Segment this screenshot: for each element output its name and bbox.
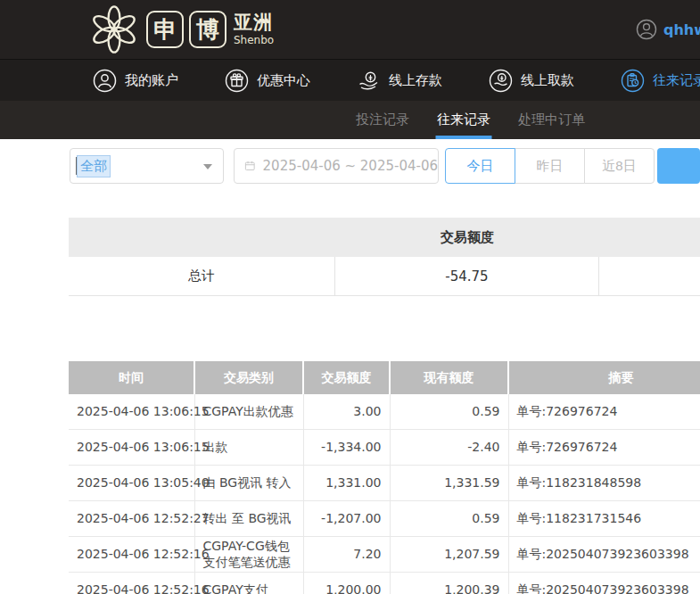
cell-balance: 1,207.59: [390, 537, 508, 573]
transactions-table-wrap: 时间 交易类别 交易额度 现有额度 摘要 2025-04-06 13:06:15…: [69, 361, 700, 594]
cell-summary: 单号:726976724: [508, 394, 700, 430]
col-header-time: 时间: [69, 361, 194, 394]
today-button[interactable]: 今日: [445, 148, 515, 184]
cell-summary: 单号:118231848598: [508, 466, 700, 501]
table-row: 2025-04-06 12:52:27 转出 至 BG视讯 -1,207.00 …: [69, 501, 700, 537]
account-icon: [93, 69, 117, 93]
summary-header-label: 交易额度: [335, 229, 599, 246]
cell-amount: -1,207.00: [303, 501, 390, 537]
cell-type: CGPAY出款优惠: [194, 394, 303, 430]
cell-time: 2025-04-06 13:06:15: [69, 394, 194, 430]
table-row: 2025-04-06 13:05:40 由 BG视讯 转入 1,331.00 1…: [69, 466, 700, 501]
col-header-summary: 摘要: [508, 361, 700, 394]
quick-date-buttons: 今日 昨日 近8日: [445, 148, 655, 184]
logo-char-bo: 博: [189, 11, 226, 48]
cell-balance: 1,331.59: [390, 466, 508, 501]
nav-item-withdraw[interactable]: 线上取款: [489, 69, 574, 93]
cell-time: 2025-04-06 13:06:15: [69, 430, 194, 466]
table-header-row: 时间 交易类别 交易额度 现有额度 摘要: [69, 361, 700, 394]
logo-latin-text: Shenbo: [234, 35, 274, 45]
tab-pending-orders[interactable]: 处理中订单: [518, 101, 585, 139]
table-row: 2025-04-06 12:52:16 CGPAY-CG钱包 支付笔笔送优惠 7…: [69, 537, 700, 573]
cell-amount: 3.00: [303, 394, 390, 430]
cell-summary: 单号:118231731546: [508, 501, 700, 537]
nav-label: 往来记录: [653, 72, 700, 89]
cell-amount: 1,331.00: [303, 466, 390, 501]
summary-total-value: -54.75: [335, 257, 599, 295]
summary-header-row: 交易额度: [69, 218, 700, 257]
cell-balance: 1,200.39: [390, 573, 508, 594]
tab-label: 投注记录: [356, 111, 409, 128]
main-nav: 我的账户 优惠中心 线上存款 线上取款: [0, 59, 700, 101]
promo-icon: [225, 69, 249, 93]
transactions-table: 时间 交易类别 交易额度 现有额度 摘要 2025-04-06 13:06:15…: [69, 361, 700, 594]
tab-label: 处理中订单: [518, 111, 585, 128]
calendar-icon: [244, 158, 256, 174]
tab-transaction-records[interactable]: 往来记录: [437, 101, 490, 139]
tab-label: 往来记录: [437, 111, 490, 128]
col-header-amount: 交易额度: [303, 361, 390, 394]
table-row: 2025-04-06 13:06:15 出款 -1,334.00 -2.40 单…: [69, 430, 700, 466]
nav-item-deposit[interactable]: 线上存款: [357, 69, 442, 93]
nav-label: 线上取款: [521, 72, 574, 89]
cell-summary: 单号:202504073923603398: [508, 573, 700, 594]
top-header: 申 博 亚洲 Shenbo qhhw: [0, 0, 700, 59]
col-header-balance: 现有额度: [390, 361, 508, 394]
type-select-value: 全部: [77, 155, 111, 177]
cell-type: 由 BG视讯 转入: [194, 466, 303, 501]
search-button[interactable]: [657, 148, 700, 184]
last8days-button[interactable]: 近8日: [584, 148, 655, 184]
nav-label: 我的账户: [125, 72, 178, 89]
cell-time: 2025-04-06 12:52:16: [69, 537, 194, 573]
type-select[interactable]: 全部: [70, 148, 224, 184]
cell-time: 2025-04-06 12:52:16: [69, 573, 194, 594]
cell-balance: 0.59: [390, 394, 508, 430]
tab-betting-records[interactable]: 投注记录: [356, 101, 409, 139]
nav-item-my-account[interactable]: 我的账户: [93, 69, 178, 93]
col-header-type: 交易类别: [194, 361, 303, 394]
records-icon: [621, 69, 645, 93]
cell-amount: 1,200.00: [303, 573, 390, 594]
filter-row: 全部 2025-04-06 ~ 2025-04-06 今日 昨日 近8日: [70, 147, 700, 185]
chevron-down-icon: [203, 164, 212, 169]
yesterday-button[interactable]: 昨日: [515, 148, 585, 184]
table-row: 2025-04-06 12:52:16 CGPAY支付 1,200.00 1,2…: [69, 573, 700, 594]
nav-item-transaction-records[interactable]: 往来记录: [621, 69, 700, 93]
cell-time: 2025-04-06 13:05:40: [69, 466, 194, 501]
cell-amount: 7.20: [303, 537, 390, 573]
flower-logo-icon: [89, 4, 139, 54]
cell-type: 出款: [194, 430, 303, 466]
cell-amount: -1,334.00: [303, 430, 390, 466]
site-logo[interactable]: 申 博 亚洲 Shenbo: [89, 4, 274, 54]
cell-type: CGPAY支付: [194, 573, 303, 594]
summary-total-label: 总计: [69, 257, 335, 295]
cell-summary: 单号:726976724: [508, 430, 700, 466]
withdraw-icon: [489, 69, 513, 93]
summary-total-row: 总计 -54.75: [69, 257, 700, 296]
logo-char-shen: 申: [146, 11, 184, 48]
date-range-value: 2025-04-06 ~ 2025-04-06: [263, 158, 438, 174]
deposit-icon: [357, 69, 381, 93]
summary-table: 交易额度 总计 -54.75: [69, 218, 700, 296]
cell-balance: 0.59: [390, 501, 508, 537]
user-account-area[interactable]: qhhw: [636, 0, 700, 59]
username-text[interactable]: qhhw: [663, 21, 700, 38]
nav-item-promotions[interactable]: 优惠中心: [225, 69, 310, 93]
cell-balance: -2.40: [390, 430, 508, 466]
nav-label: 优惠中心: [257, 72, 310, 89]
cell-type: CGPAY-CG钱包 支付笔笔送优惠: [194, 537, 303, 573]
nav-label: 线上存款: [389, 72, 442, 89]
record-tabs: 投注记录 往来记录 处理中订单: [0, 101, 700, 139]
cell-time: 2025-04-06 12:52:27: [69, 501, 194, 537]
logo-region-text: 亚洲: [234, 13, 274, 32]
cell-type: 转出 至 BG视讯: [194, 501, 303, 537]
table-row: 2025-04-06 13:06:15 CGPAY出款优惠 3.00 0.59 …: [69, 394, 700, 430]
user-avatar-icon: [636, 19, 657, 40]
date-range-input[interactable]: 2025-04-06 ~ 2025-04-06: [234, 148, 439, 184]
cell-summary: 单号:202504073923603398: [508, 537, 700, 573]
